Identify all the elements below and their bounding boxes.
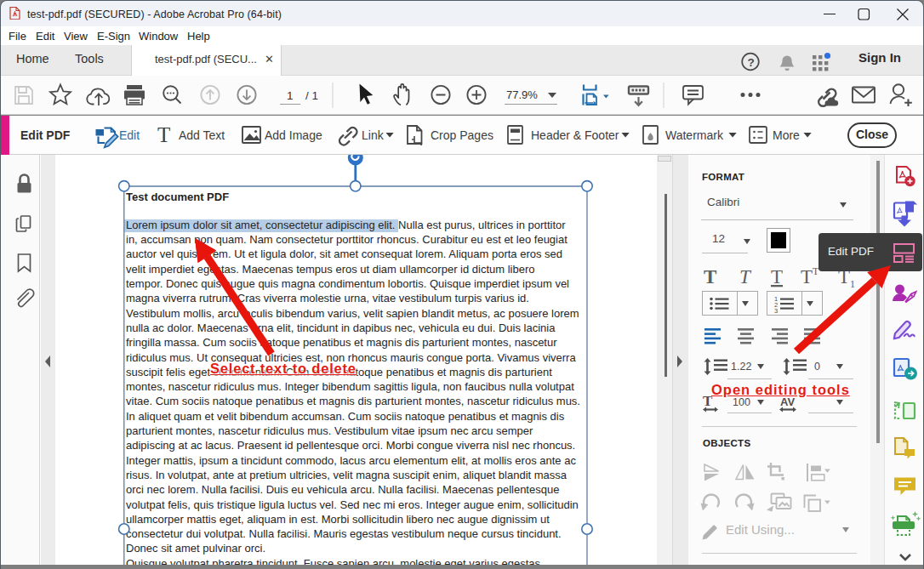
svg-text:/ 1: / 1 xyxy=(305,89,318,102)
svg-text:?: ? xyxy=(748,56,755,69)
svg-text:T: T xyxy=(157,123,170,146)
svg-text:77.9%: 77.9% xyxy=(506,88,538,101)
svg-text:1: 1 xyxy=(287,89,294,102)
